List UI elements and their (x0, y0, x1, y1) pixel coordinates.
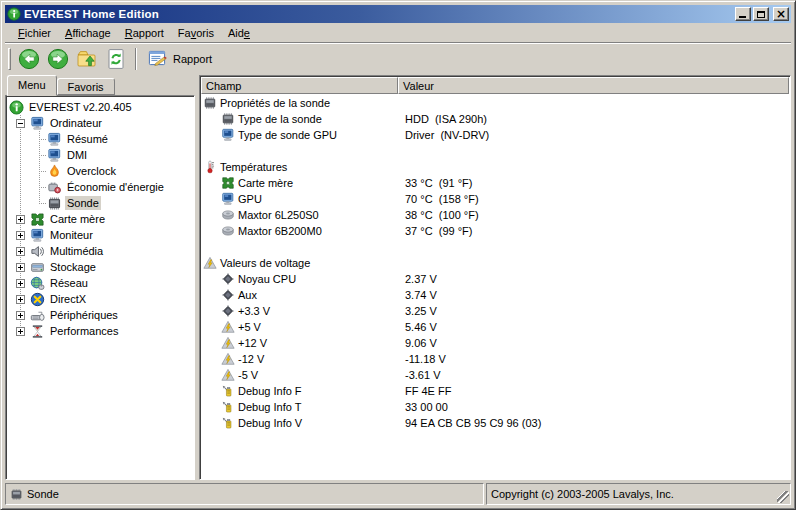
maximize-icon (757, 11, 765, 18)
list-row-3-3-v[interactable]: +3.3 V3.25 V (201, 303, 789, 319)
value-label: HDD (ISA 290h) (398, 113, 789, 125)
list-body: Propriétés de la sondeType de la sondeHD… (201, 94, 789, 478)
tree-item-overclock[interactable]: Overclock (6, 163, 194, 179)
field-cell: Type de la sonde (201, 112, 398, 126)
tree-item-label: Performances (48, 324, 120, 338)
menu-item-aide[interactable]: Aide (221, 25, 257, 41)
refresh-button[interactable] (102, 46, 130, 72)
list-row-carte-mere[interactable]: Carte mère33 °C (91 °F) (201, 175, 789, 191)
tab-menu[interactable]: Menu (7, 75, 57, 96)
column-header-valeur[interactable]: Valeur (398, 77, 789, 94)
forward-button[interactable] (44, 46, 72, 72)
up-button[interactable] (73, 46, 101, 72)
tree-item-resume[interactable]: Résumé (6, 131, 194, 147)
field-cell: Type de sonde GPU (201, 128, 398, 142)
expand-toggle[interactable] (16, 231, 25, 240)
expand-toggle[interactable] (16, 279, 25, 288)
expand-toggle[interactable] (16, 263, 25, 272)
tree-connector (20, 163, 21, 179)
expand-toggle[interactable] (16, 215, 25, 224)
title-bar: EVEREST Home Edition × (5, 5, 791, 23)
close-button[interactable]: × (773, 7, 789, 21)
menu-item-favoris[interactable]: Favoris (171, 25, 221, 41)
tree-item-performances[interactable]: Performances (6, 323, 194, 339)
expand-toggle[interactable] (16, 295, 25, 304)
status-section-right: Copyright (c) 2003-2005 Lavalys, Inc. (486, 483, 791, 505)
list-row-noyau-cpu[interactable]: Noyau CPU2.37 V (201, 271, 789, 287)
tree-item-reseau[interactable]: Réseau (6, 275, 194, 291)
menu-bar: FichierAffichageRapportFavorisAide (5, 23, 791, 43)
tree-item-label: DirectX (48, 292, 88, 306)
list-row-aux[interactable]: Aux3.74 V (201, 287, 789, 303)
list-row-12-v[interactable]: +12 V9.06 V (201, 335, 789, 351)
voltage-icon (221, 336, 235, 350)
list-row-type-de-sonde-gpu[interactable]: Type de sonde GPUDriver (NV-DRV) (201, 127, 789, 143)
field-cell: GPU (201, 192, 398, 206)
tree-item-moniteur[interactable]: Moniteur (6, 227, 194, 243)
tree-item-sonde[interactable]: Sonde (6, 195, 194, 211)
storage-icon (30, 260, 45, 275)
list-row-temperatures[interactable]: Températures (201, 159, 789, 175)
tree-item-dmi[interactable]: DMI (6, 147, 194, 163)
app-window: EVEREST Home Edition × FichierAffichageR… (0, 0, 796, 510)
field-cell: -5 V (201, 368, 398, 382)
expand-toggle[interactable] (16, 327, 25, 336)
close-icon: × (776, 9, 786, 19)
list-row-debug-info-f[interactable]: Debug Info FFF 4E FF (201, 383, 789, 399)
menu-item-rapport[interactable]: Rapport (118, 25, 171, 41)
tree-item-everest-v2-20-405[interactable]: EVEREST v2.20.405 (6, 99, 194, 115)
tree-item-peripheriques[interactable]: Périphériques (6, 307, 194, 323)
list-row-maxtor-6l250s0[interactable]: Maxtor 6L250S038 °C (100 °F) (201, 207, 789, 223)
collapse-toggle[interactable] (16, 119, 25, 128)
menu-item-affichage[interactable]: Affichage (58, 25, 118, 41)
minimize-button[interactable] (735, 7, 751, 21)
field-cell: +5 V (201, 320, 398, 334)
chip-icon (10, 488, 23, 501)
computer-icon (221, 192, 235, 206)
expand-toggle[interactable] (16, 247, 25, 256)
debug-icon (221, 416, 235, 430)
tree-item-label: Résumé (65, 132, 110, 146)
tab-favoris[interactable]: Favoris (57, 78, 115, 95)
list-row-12-v[interactable]: -12 V-11.18 V (201, 351, 789, 367)
list-row-5-v[interactable]: +5 V5.46 V (201, 319, 789, 335)
value-label: Driver (NV-DRV) (398, 129, 789, 141)
app-logo-icon (7, 7, 21, 21)
tree-item-carte-mere[interactable]: Carte mère (6, 211, 194, 227)
menu-item-fichier[interactable]: Fichier (11, 25, 58, 41)
field-label: Type de sonde GPU (238, 129, 337, 141)
tree-item-multimedia[interactable]: Multimédia (6, 243, 194, 259)
toolbar-gripper[interactable] (8, 48, 11, 70)
list-row-gpu[interactable]: GPU70 °C (158 °F) (201, 191, 789, 207)
energy-icon (47, 180, 62, 195)
tree-item-stockage[interactable]: Stockage (6, 259, 194, 275)
computer-icon (47, 148, 62, 163)
field-label: Maxtor 6L250S0 (238, 209, 319, 221)
list-row-5-v[interactable]: -5 V-3.61 V (201, 367, 789, 383)
tree-item-directx[interactable]: DirectX (6, 291, 194, 307)
debug-icon (221, 384, 235, 398)
field-label: +5 V (238, 321, 261, 333)
field-cell: Carte mère (201, 176, 398, 190)
list-row-maxtor-6b200m0[interactable]: Maxtor 6B200M037 °C (99 °F) (201, 223, 789, 239)
list-row-valeurs-de-voltage[interactable]: Valeurs de voltage (201, 255, 789, 271)
tree-item-economie-d-energie[interactable]: Économie d'énergie (6, 179, 194, 195)
toolbar: Rapport (5, 43, 791, 74)
report-button[interactable]: Rapport (142, 46, 219, 72)
computer-icon (30, 116, 45, 131)
list-row-debug-info-t[interactable]: Debug Info T33 00 00 (201, 399, 789, 415)
list-row-debug-info-v[interactable]: Debug Info V94 EA CB CB 95 C9 96 (03) (201, 415, 789, 431)
field-label: Aux (238, 289, 257, 301)
expand-toggle[interactable] (16, 311, 25, 320)
column-header-champ[interactable]: Champ (201, 77, 398, 94)
field-cell: Aux (201, 288, 398, 302)
hourglass-icon (30, 324, 45, 339)
list-row-type-de-la-sonde[interactable]: Type de la sondeHDD (ISA 290h) (201, 111, 789, 127)
maximize-button[interactable] (753, 7, 769, 21)
tree-connector (20, 179, 21, 195)
hdd-icon (221, 208, 235, 222)
back-button[interactable] (15, 46, 43, 72)
resize-grip[interactable] (777, 491, 789, 503)
tree-item-ordinateur[interactable]: Ordinateur (6, 115, 194, 131)
list-row-proprietes-de-la-sonde[interactable]: Propriétés de la sonde (201, 95, 789, 111)
